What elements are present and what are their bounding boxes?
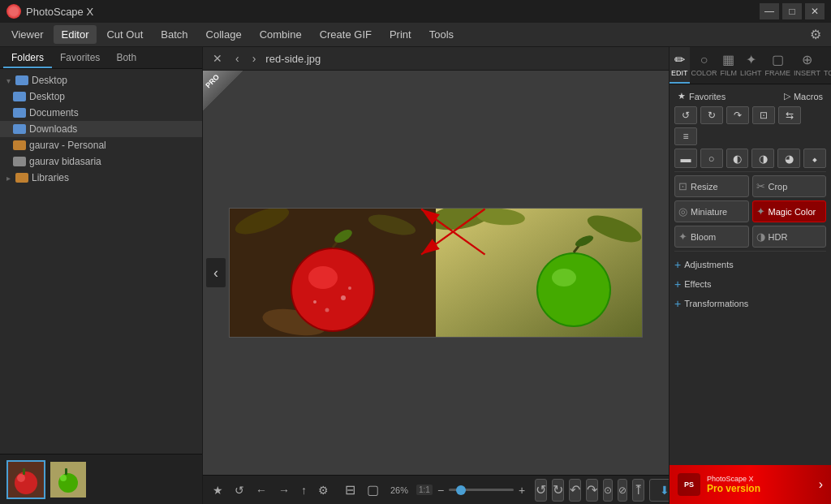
- rotate-cw-shortcut[interactable]: ↷: [726, 106, 749, 124]
- effects-section[interactable]: + Effects: [674, 274, 826, 294]
- next-file-button[interactable]: ›: [249, 50, 260, 67]
- undo-button[interactable]: ↺: [535, 479, 547, 502]
- menu-viewer[interactable]: Viewer: [3, 25, 52, 44]
- shape-circle[interactable]: ○: [700, 149, 723, 168]
- tool-tab-tools[interactable]: ⚙ TOOLS: [822, 47, 831, 84]
- crop-shortcut[interactable]: ⊡: [752, 106, 775, 124]
- menu-tools[interactable]: Tools: [421, 25, 462, 44]
- light-tab-icon: ✦: [746, 52, 756, 67]
- resize-icon: ⊡: [678, 180, 687, 192]
- rotate-left-shortcut[interactable]: ↺: [674, 106, 697, 124]
- settings-button[interactable]: ⚙: [810, 27, 821, 42]
- up-button[interactable]: ↑: [298, 482, 310, 498]
- forward-button[interactable]: →: [275, 482, 293, 498]
- flip-h-shortcut[interactable]: ⇆: [778, 106, 801, 124]
- resize-button[interactable]: ⊡ Resize: [674, 175, 749, 197]
- menu-collage[interactable]: Collage: [198, 25, 250, 44]
- rect-select-button[interactable]: ▢: [364, 480, 382, 499]
- back-button[interactable]: ←: [252, 482, 270, 498]
- tree-item-desktop-sub[interactable]: Desktop: [0, 88, 202, 105]
- thumbnail-strip: [0, 454, 202, 504]
- folder-icon-libraries: [15, 173, 28, 183]
- transformations-section[interactable]: + Transformations: [674, 294, 826, 313]
- menu-combine[interactable]: Combine: [252, 25, 310, 44]
- crop-button[interactable]: ✂ Crop: [752, 175, 827, 197]
- open-button[interactable]: ⤒: [632, 479, 644, 502]
- pro-banner[interactable]: PS PhotoScape X Pro version ›: [670, 465, 831, 504]
- shape-half-left[interactable]: ◐: [726, 149, 749, 168]
- tree-label-desktop-sub: Desktop: [29, 91, 65, 102]
- menu-creategif[interactable]: Create GIF: [312, 25, 380, 44]
- tree-item-libraries[interactable]: ▸ Libraries: [0, 170, 202, 186]
- insert-tab-label: INSERT: [794, 69, 820, 77]
- tree-item-downloads[interactable]: Downloads: [0, 121, 202, 137]
- rotate-ccw-button[interactable]: ↶: [569, 479, 581, 502]
- tab-folders[interactable]: Folders: [3, 49, 52, 68]
- shape-three-q[interactable]: ◕: [777, 149, 800, 168]
- redo-button[interactable]: ↻: [552, 479, 564, 502]
- rotate-cw-button[interactable]: ↷: [586, 479, 598, 502]
- thumbnail-1[interactable]: [6, 460, 45, 499]
- tool-tab-insert[interactable]: ⊕ INSERT: [792, 47, 822, 84]
- favorites-button[interactable]: ★ Favorites: [678, 91, 726, 101]
- flip-button[interactable]: ⊘: [618, 479, 627, 502]
- tree-item-gaurav-personal[interactable]: gaurav - Personal: [0, 137, 202, 153]
- zoom-slider[interactable]: [449, 489, 514, 491]
- bloom-hdr-row: ✦ Bloom ◑ HDR: [674, 226, 826, 248]
- magic-color-button[interactable]: ✦ Magic Color: [752, 200, 827, 222]
- svg-point-14: [308, 266, 338, 289]
- minimize-button[interactable]: —: [760, 3, 779, 19]
- tool-tab-light[interactable]: ✦ LIGHT: [738, 47, 764, 84]
- star-button[interactable]: ★: [209, 482, 226, 498]
- maximize-button[interactable]: □: [782, 3, 802, 19]
- more-shortcut[interactable]: ≡: [674, 127, 697, 145]
- save-button[interactable]: ⬇ SAVE: [649, 479, 669, 502]
- shape-half-right[interactable]: ◑: [751, 149, 774, 168]
- miniature-button[interactable]: ◎ Miniature: [674, 200, 749, 222]
- close-button[interactable]: ✕: [805, 3, 825, 19]
- canvas-prev-button[interactable]: ‹: [206, 258, 226, 287]
- adjust-button[interactable]: ⊙: [603, 479, 613, 502]
- menu-editor[interactable]: Editor: [54, 25, 97, 44]
- thumbnail-2[interactable]: [49, 460, 88, 499]
- prev-file-button[interactable]: ‹: [232, 50, 243, 67]
- menu-cutout[interactable]: Cut Out: [98, 25, 151, 44]
- folder-icon-bidasaria: [13, 157, 26, 166]
- favorites-star-icon: ★: [678, 91, 686, 101]
- rotate-right-shortcut[interactable]: ↻: [700, 106, 723, 124]
- refresh-button[interactable]: ↺: [231, 482, 248, 498]
- hdr-button[interactable]: ◑ HDR: [752, 226, 827, 248]
- macros-button[interactable]: ▷ Macros: [784, 91, 823, 101]
- tool-tab-frame[interactable]: ▢ FRAME: [764, 47, 793, 84]
- tree-item-gaurav-bidasaria[interactable]: gaurav bidasaria: [0, 153, 202, 170]
- canvas-area: PRO: [203, 71, 669, 475]
- tool-tab-color[interactable]: ○ COLOR: [690, 47, 719, 84]
- adjustments-section[interactable]: + Adjustments: [674, 255, 826, 274]
- close-file-button[interactable]: ✕: [209, 50, 226, 67]
- grid-select-button[interactable]: ⊟: [342, 480, 359, 499]
- favorites-macros-row: ★ Favorites ▷ Macros: [674, 89, 826, 103]
- tree-label-gaurav-bidasaria: gaurav bidasaria: [29, 156, 101, 167]
- miniature-icon: ◎: [678, 205, 687, 218]
- tool-tab-film[interactable]: ▦ FILM: [719, 47, 739, 84]
- folder-icon-desktop: [15, 75, 28, 85]
- tab-favorites[interactable]: Favorites: [52, 49, 108, 68]
- effects-label: Effects: [684, 279, 711, 289]
- menu-batch[interactable]: Batch: [153, 25, 196, 44]
- shape-diamond[interactable]: ⬥: [803, 149, 826, 168]
- bloom-button[interactable]: ✦ Bloom: [674, 226, 749, 248]
- zoom-minus[interactable]: −: [437, 484, 444, 497]
- settings-icon-button[interactable]: ⚙: [315, 482, 332, 498]
- tree-item-desktop-root[interactable]: ▾ Desktop: [0, 72, 202, 88]
- tool-tab-edit[interactable]: ✏ EDIT: [670, 47, 690, 84]
- insert-tab-icon: ⊕: [802, 52, 812, 67]
- tree-label-gaurav-personal: gaurav - Personal: [29, 140, 106, 151]
- pro-banner-version: Pro version: [707, 483, 760, 494]
- zoom-plus[interactable]: +: [519, 484, 525, 497]
- menubar-right: ⚙: [810, 27, 828, 42]
- pro-banner-app-name: PhotoScape X: [707, 475, 760, 483]
- shape-rect[interactable]: ▬: [674, 149, 697, 168]
- tree-item-documents[interactable]: Documents: [0, 105, 202, 121]
- menu-print[interactable]: Print: [381, 25, 420, 44]
- tab-both[interactable]: Both: [108, 49, 144, 68]
